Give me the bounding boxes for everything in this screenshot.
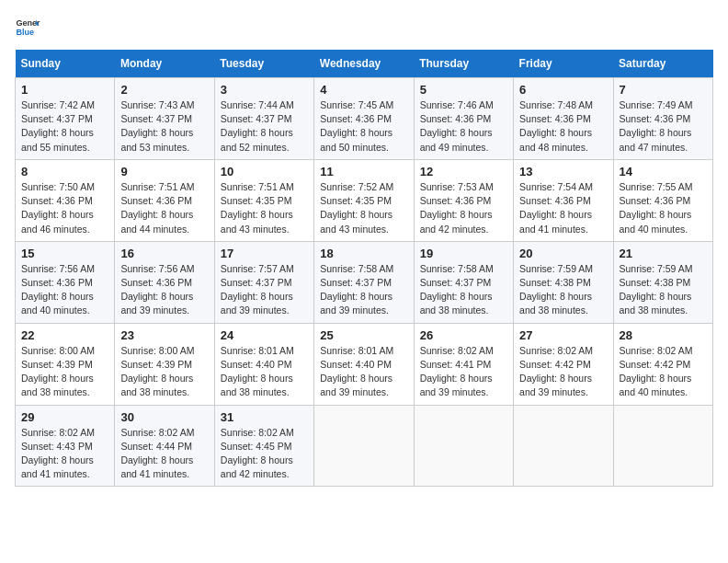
- day-details: Sunrise: 7:46 AMSunset: 4:36 PMDaylight:…: [420, 99, 494, 153]
- day-number: 25: [320, 328, 407, 342]
- day-details: Sunrise: 7:44 AMSunset: 4:37 PMDaylight:…: [221, 99, 294, 153]
- calendar-cell: 1 Sunrise: 7:42 AMSunset: 4:37 PMDayligh…: [16, 78, 115, 160]
- day-number: 17: [221, 247, 308, 260]
- calendar-cell: 25 Sunrise: 8:01 AMSunset: 4:40 PMDaylig…: [314, 323, 414, 405]
- weekday-header-tuesday: Tuesday: [214, 50, 313, 78]
- day-number: 19: [420, 247, 507, 260]
- day-details: Sunrise: 8:02 AMSunset: 4:42 PMDaylight:…: [620, 345, 693, 398]
- day-number: 10: [221, 165, 308, 178]
- day-details: Sunrise: 7:56 AMSunset: 4:36 PMDaylight:…: [120, 263, 194, 316]
- day-details: Sunrise: 7:58 AMSunset: 4:37 PMDaylight:…: [320, 263, 393, 316]
- day-number: 21: [620, 247, 707, 260]
- day-details: Sunrise: 8:02 AMSunset: 4:41 PMDaylight:…: [420, 345, 494, 398]
- day-number: 23: [120, 328, 208, 342]
- day-number: 22: [21, 328, 108, 342]
- calendar-cell: 16 Sunrise: 7:56 AMSunset: 4:36 PMDaylig…: [115, 241, 214, 323]
- calendar-cell: 26 Sunrise: 8:02 AMSunset: 4:41 PMDaylig…: [414, 323, 513, 405]
- calendar-cell: 7 Sunrise: 7:49 AMSunset: 4:36 PMDayligh…: [613, 78, 712, 160]
- calendar-cell: 13 Sunrise: 7:54 AMSunset: 4:36 PMDaylig…: [514, 159, 613, 241]
- svg-text:Blue: Blue: [16, 28, 34, 37]
- day-number: 18: [320, 247, 407, 260]
- weekday-header-thursday: Thursday: [414, 50, 513, 78]
- day-number: 11: [320, 165, 407, 178]
- calendar-cell: 11 Sunrise: 7:52 AMSunset: 4:35 PMDaylig…: [314, 159, 414, 241]
- day-details: Sunrise: 8:01 AMSunset: 4:40 PMDaylight:…: [221, 345, 294, 398]
- calendar-cell: 18 Sunrise: 7:58 AMSunset: 4:37 PMDaylig…: [314, 241, 414, 323]
- day-number: 16: [120, 247, 208, 260]
- weekday-header-wednesday: Wednesday: [314, 50, 414, 78]
- calendar-cell: 6 Sunrise: 7:48 AMSunset: 4:36 PMDayligh…: [514, 78, 613, 160]
- day-details: Sunrise: 7:45 AMSunset: 4:36 PMDaylight:…: [320, 99, 393, 153]
- day-details: Sunrise: 7:59 AMSunset: 4:38 PMDaylight:…: [519, 263, 593, 316]
- calendar-cell: 29 Sunrise: 8:02 AMSunset: 4:43 PMDaylig…: [16, 405, 115, 487]
- logo-icon: General Blue: [15, 15, 40, 40]
- day-details: Sunrise: 8:02 AMSunset: 4:43 PMDaylight:…: [21, 427, 95, 480]
- weekday-header-friday: Friday: [514, 50, 613, 78]
- calendar-cell: 27 Sunrise: 8:02 AMSunset: 4:42 PMDaylig…: [514, 323, 613, 405]
- day-number: 14: [620, 165, 707, 178]
- day-number: 9: [120, 165, 208, 178]
- day-number: 1: [21, 83, 108, 97]
- calendar-cell: 24 Sunrise: 8:01 AMSunset: 4:40 PMDaylig…: [214, 323, 313, 405]
- day-details: Sunrise: 7:51 AMSunset: 4:36 PMDaylight:…: [120, 181, 194, 235]
- day-number: 24: [221, 328, 308, 342]
- calendar-cell: 10 Sunrise: 7:51 AMSunset: 4:35 PMDaylig…: [214, 159, 313, 241]
- day-number: 8: [21, 165, 108, 178]
- day-details: Sunrise: 7:58 AMSunset: 4:37 PMDaylight:…: [420, 263, 494, 316]
- day-details: Sunrise: 7:55 AMSunset: 4:36 PMDaylight:…: [620, 181, 693, 235]
- day-details: Sunrise: 7:43 AMSunset: 4:37 PMDaylight:…: [120, 99, 194, 153]
- day-details: Sunrise: 7:59 AMSunset: 4:38 PMDaylight:…: [620, 263, 693, 316]
- calendar-week-row: 8 Sunrise: 7:50 AMSunset: 4:36 PMDayligh…: [16, 159, 713, 241]
- calendar-cell: [514, 405, 613, 487]
- day-number: 29: [21, 410, 108, 424]
- day-details: Sunrise: 8:02 AMSunset: 4:45 PMDaylight:…: [221, 427, 294, 480]
- day-number: 15: [21, 247, 108, 260]
- day-number: 31: [221, 410, 308, 424]
- calendar-cell: 9 Sunrise: 7:51 AMSunset: 4:36 PMDayligh…: [115, 159, 214, 241]
- day-details: Sunrise: 7:52 AMSunset: 4:35 PMDaylight:…: [320, 181, 393, 235]
- day-number: 30: [120, 410, 208, 424]
- day-number: 26: [420, 328, 507, 342]
- day-details: Sunrise: 7:50 AMSunset: 4:36 PMDaylight:…: [21, 181, 95, 235]
- page-header: General Blue: [15, 15, 713, 40]
- day-details: Sunrise: 7:57 AMSunset: 4:37 PMDaylight:…: [221, 263, 294, 316]
- day-details: Sunrise: 7:54 AMSunset: 4:36 PMDaylight:…: [519, 181, 593, 235]
- calendar-week-row: 22 Sunrise: 8:00 AMSunset: 4:39 PMDaylig…: [16, 323, 713, 405]
- day-details: Sunrise: 7:48 AMSunset: 4:36 PMDaylight:…: [519, 99, 593, 153]
- day-number: 4: [320, 83, 407, 97]
- calendar-cell: 17 Sunrise: 7:57 AMSunset: 4:37 PMDaylig…: [214, 241, 313, 323]
- weekday-header-sunday: Sunday: [16, 50, 115, 78]
- day-details: Sunrise: 8:02 AMSunset: 4:44 PMDaylight:…: [120, 427, 194, 480]
- calendar-cell: 30 Sunrise: 8:02 AMSunset: 4:44 PMDaylig…: [115, 405, 214, 487]
- day-number: 27: [519, 328, 607, 342]
- calendar-week-row: 1 Sunrise: 7:42 AMSunset: 4:37 PMDayligh…: [16, 78, 713, 160]
- day-details: Sunrise: 8:00 AMSunset: 4:39 PMDaylight:…: [120, 345, 194, 398]
- calendar-cell: 31 Sunrise: 8:02 AMSunset: 4:45 PMDaylig…: [214, 405, 313, 487]
- day-number: 5: [420, 83, 507, 97]
- weekday-header-monday: Monday: [115, 50, 214, 78]
- day-number: 2: [120, 83, 208, 97]
- day-details: Sunrise: 8:01 AMSunset: 4:40 PMDaylight:…: [320, 345, 393, 398]
- day-number: 12: [420, 165, 507, 178]
- calendar-cell: [414, 405, 513, 487]
- calendar-week-row: 29 Sunrise: 8:02 AMSunset: 4:43 PMDaylig…: [16, 405, 713, 487]
- weekday-header-row: SundayMondayTuesdayWednesdayThursdayFrid…: [16, 50, 713, 78]
- calendar-cell: 12 Sunrise: 7:53 AMSunset: 4:36 PMDaylig…: [414, 159, 513, 241]
- calendar-cell: 23 Sunrise: 8:00 AMSunset: 4:39 PMDaylig…: [115, 323, 214, 405]
- logo: General Blue: [15, 15, 40, 40]
- calendar-cell: 15 Sunrise: 7:56 AMSunset: 4:36 PMDaylig…: [16, 241, 115, 323]
- calendar-cell: 3 Sunrise: 7:44 AMSunset: 4:37 PMDayligh…: [214, 78, 313, 160]
- calendar-cell: 28 Sunrise: 8:02 AMSunset: 4:42 PMDaylig…: [613, 323, 712, 405]
- day-number: 13: [519, 165, 607, 178]
- day-number: 7: [620, 83, 707, 97]
- day-details: Sunrise: 8:02 AMSunset: 4:42 PMDaylight:…: [519, 345, 593, 398]
- day-number: 3: [221, 83, 308, 97]
- day-details: Sunrise: 7:51 AMSunset: 4:35 PMDaylight:…: [221, 181, 294, 235]
- calendar-cell: 20 Sunrise: 7:59 AMSunset: 4:38 PMDaylig…: [514, 241, 613, 323]
- day-details: Sunrise: 7:49 AMSunset: 4:36 PMDaylight:…: [620, 99, 693, 153]
- calendar-cell: 4 Sunrise: 7:45 AMSunset: 4:36 PMDayligh…: [314, 78, 414, 160]
- day-details: Sunrise: 7:56 AMSunset: 4:36 PMDaylight:…: [21, 263, 95, 316]
- day-details: Sunrise: 7:42 AMSunset: 4:37 PMDaylight:…: [21, 99, 95, 153]
- calendar-cell: 14 Sunrise: 7:55 AMSunset: 4:36 PMDaylig…: [613, 159, 712, 241]
- day-details: Sunrise: 8:00 AMSunset: 4:39 PMDaylight:…: [21, 345, 95, 398]
